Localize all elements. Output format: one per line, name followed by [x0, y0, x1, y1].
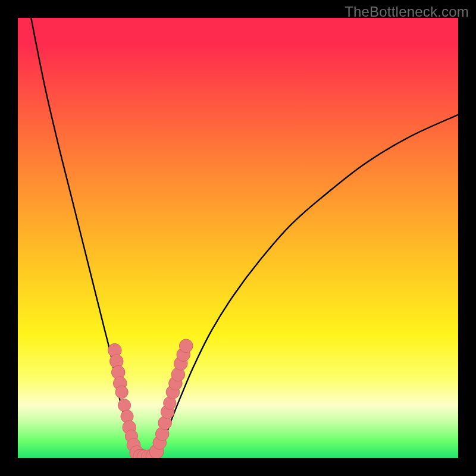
curve-layer — [18, 18, 458, 458]
right-curve — [154, 115, 458, 457]
watermark-text: TheBottleneck.com — [345, 4, 469, 20]
data-point — [118, 399, 130, 412]
plot-area — [18, 18, 458, 458]
data-point — [179, 339, 193, 353]
chart-frame: TheBottleneck.com — [0, 0, 476, 476]
data-point — [115, 386, 128, 398]
